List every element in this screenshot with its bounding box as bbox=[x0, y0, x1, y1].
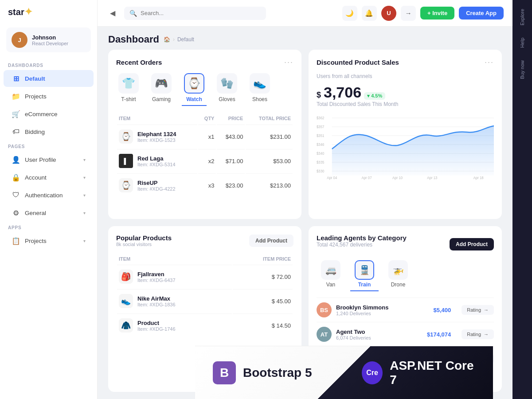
chevron-down-icon: ▾ bbox=[83, 175, 86, 180]
agents-add-button[interactable]: Add Product bbox=[450, 238, 494, 250]
breadcrumb: 🏠 › Default bbox=[164, 36, 194, 43]
sales-header: Discounted Product Sales ··· bbox=[317, 58, 494, 67]
van-icon: 🚐 bbox=[321, 260, 340, 280]
agent-info: Agent Two 6,074 Deliveries bbox=[336, 329, 371, 340]
item-details: Red Laga Item: #XDG-5314 bbox=[137, 155, 176, 167]
sidebar-item-projects[interactable]: 📁 Projects bbox=[4, 88, 94, 105]
promo-overlay: B Bootstrap 5 Cre ASP.NET Core 7 bbox=[195, 346, 493, 399]
agent-tab-train[interactable]: 🚆 Train bbox=[350, 260, 379, 291]
tab-shoes[interactable]: 👟 Shoes bbox=[247, 73, 272, 106]
clipboard-icon: 📋 bbox=[12, 236, 20, 245]
sales-menu-icon[interactable]: ··· bbox=[485, 58, 494, 67]
create-app-button[interactable]: Create App bbox=[459, 7, 504, 20]
tag-icon: 🏷 bbox=[12, 127, 20, 136]
arrow-icon[interactable]: → bbox=[401, 6, 416, 21]
agent-name: Brooklyn Simmons bbox=[336, 304, 388, 311]
order-tabs: 👕 T-shirt 🎮 Gaming ⌚ Watch 🧤 Gloves 👟 bbox=[116, 73, 293, 106]
agent-tab-drone[interactable]: 🚁 Drone bbox=[384, 260, 412, 291]
item-details: Nike AirMax Item: #XDG-1836 bbox=[137, 295, 176, 307]
orders-table: ITEM QTY PRICE TOTAL PRICE ⌚ Elephant 13… bbox=[116, 112, 293, 198]
chart-svg: $362 $357 $351 $346 $340 $335 $330 Apr 0… bbox=[317, 113, 494, 180]
sales-title: Discounted Product Sales bbox=[317, 59, 399, 66]
theme-icon[interactable]: 🌙 bbox=[342, 6, 357, 21]
sidebar-item-authentication[interactable]: 🛡 Authentication ▾ bbox=[4, 187, 94, 203]
invite-button[interactable]: + Invite bbox=[420, 7, 454, 20]
rating-button[interactable]: Rating → bbox=[462, 305, 494, 315]
chevron-down-icon: ▾ bbox=[83, 157, 86, 162]
sidebar-item-user-profile[interactable]: 👤 User Profile ▾ bbox=[4, 151, 94, 168]
table-row: 👟 Nike AirMax Item: #XDG-1836 $ 45.00 bbox=[117, 289, 293, 313]
topbar-avatar[interactable]: U bbox=[381, 6, 396, 21]
svg-text:$362: $362 bbox=[317, 115, 325, 120]
collapse-button[interactable]: ◀ bbox=[106, 7, 119, 20]
col-price: ITEM PRICE bbox=[233, 254, 293, 264]
sidebar-item-general[interactable]: ⚙ General ▾ bbox=[4, 204, 94, 221]
agent-tab-van[interactable]: 🚐 Van bbox=[317, 260, 345, 291]
sales-dollar: $ bbox=[317, 90, 321, 100]
item-details: Fjallraven Item: #XDG-6437 bbox=[137, 271, 176, 283]
table-row: 🧥 Product Item: #XDG-1746 $ 14.50 bbox=[117, 313, 293, 337]
svg-text:$357: $357 bbox=[317, 124, 325, 129]
sidebar-item-bidding[interactable]: 🏷 Bidding bbox=[4, 123, 94, 140]
arrow-right-icon: → bbox=[484, 332, 489, 337]
sidebar-item-default[interactable]: ⊞ Default bbox=[4, 70, 94, 87]
tab-tshirt[interactable]: 👕 T-shirt bbox=[116, 73, 141, 106]
shield-icon: 🛡 bbox=[12, 191, 20, 200]
settings-icon: ⚙ bbox=[12, 208, 20, 217]
tab-gloves[interactable]: 🧤 Gloves bbox=[215, 73, 239, 106]
product-image: 🎒 bbox=[119, 270, 133, 284]
sidebar-item-projects-app[interactable]: 📋 Projects ▾ bbox=[4, 232, 94, 249]
user-name: Johnson bbox=[32, 34, 68, 41]
products-header: Popular Products 8k social visitors Add … bbox=[116, 234, 293, 247]
train-icon: 🚆 bbox=[355, 260, 374, 280]
home-icon: 🏠 bbox=[164, 36, 170, 43]
svg-text:$340: $340 bbox=[317, 151, 325, 156]
item-image: ⌚ bbox=[119, 178, 133, 192]
bootstrap-title: Bootstrap 5 bbox=[243, 366, 312, 380]
tab-gaming[interactable]: 🎮 Gaming bbox=[149, 73, 174, 106]
card-menu-icon[interactable]: ··· bbox=[284, 58, 293, 67]
right-panel: Explore Help Buy now bbox=[512, 0, 532, 399]
user-icon: 👤 bbox=[12, 155, 20, 164]
logo: star✦ bbox=[0, 0, 97, 24]
agent-earnings: $174,074 bbox=[427, 331, 451, 338]
sidebar-item-ecommerce[interactable]: 🛒 eCommerce bbox=[4, 106, 94, 122]
item-total: $53.00 bbox=[246, 149, 293, 172]
svg-text:$330: $330 bbox=[317, 168, 325, 173]
breadcrumb-default: Default bbox=[177, 36, 194, 43]
buy-now-button[interactable]: Buy now bbox=[517, 56, 528, 83]
rating-button[interactable]: Rating → bbox=[462, 329, 494, 339]
add-product-button[interactable]: Add Product bbox=[249, 235, 293, 247]
item-id: Item: #XDG-4222 bbox=[137, 186, 176, 192]
agent-avatar: AT bbox=[317, 327, 332, 342]
item-qty: x1 bbox=[198, 125, 216, 148]
sales-value: 3,706 bbox=[324, 84, 361, 101]
product-name: Nike AirMax bbox=[137, 295, 176, 302]
product-image: 👟 bbox=[119, 294, 133, 308]
item-cell: 👟 Nike AirMax Item: #XDG-1836 bbox=[119, 294, 230, 308]
product-price: $ 14.50 bbox=[233, 313, 293, 337]
explore-button[interactable]: Explore bbox=[517, 4, 528, 30]
product-price: $ 72.00 bbox=[233, 265, 293, 288]
agents-subtitle: Total 424,567 deliveries bbox=[317, 242, 407, 248]
item-qty: x3 bbox=[198, 173, 216, 197]
search-input[interactable] bbox=[141, 10, 261, 16]
product-image: 🧥 bbox=[119, 318, 133, 332]
recent-orders-header: Recent Orders ··· bbox=[116, 58, 293, 67]
agent-name: Agent Two bbox=[336, 329, 371, 335]
item-price: $23.00 bbox=[217, 173, 245, 197]
sidebar-item-account[interactable]: 🔒 Account ▾ bbox=[4, 169, 94, 186]
tab-watch[interactable]: ⌚ Watch bbox=[182, 73, 207, 106]
table-row: ⌚ RiseUP Item: #XDG-4222 x3 $23.00 $213.… bbox=[117, 173, 293, 197]
help-button[interactable]: Help bbox=[517, 33, 528, 52]
svg-text:$346: $346 bbox=[317, 142, 325, 147]
user-info: Johnson React Developer bbox=[32, 34, 68, 46]
sidebar-user[interactable]: J Johnson React Developer bbox=[6, 27, 91, 52]
logo-star: ✦ bbox=[24, 6, 32, 17]
item-cell: ▌ Red Laga Item: #XDG-5314 bbox=[119, 154, 196, 168]
col-total: TOTAL PRICE bbox=[246, 113, 293, 124]
notification-icon[interactable]: 🔔 bbox=[362, 6, 377, 21]
products-subtitle: 8k social visitors bbox=[116, 242, 172, 247]
item-cell: ⌚ RiseUP Item: #XDG-4222 bbox=[119, 178, 196, 192]
item-name: Elephant 1324 bbox=[137, 131, 176, 137]
